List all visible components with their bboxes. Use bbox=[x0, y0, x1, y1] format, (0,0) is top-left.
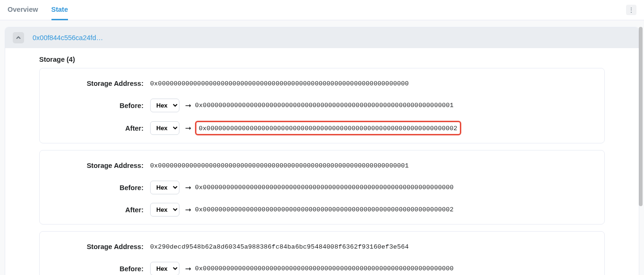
kebab-icon: ⋮ bbox=[628, 6, 635, 14]
label-storage-address: Storage Address: bbox=[49, 243, 150, 250]
scrollbar[interactable] bbox=[639, 27, 643, 206]
value-storage-address: 0x00000000000000000000000000000000000000… bbox=[150, 80, 409, 87]
format-select-before[interactable]: Hex bbox=[150, 181, 179, 194]
arrow-right-icon: ➞ bbox=[185, 184, 191, 192]
value-after: 0x00000000000000000000000000000000000000… bbox=[199, 125, 458, 132]
tab-overview[interactable]: Overview bbox=[8, 0, 38, 20]
value-row: Hex ➞ 0x00000000000000000000000000000000… bbox=[150, 99, 454, 112]
format-select-before[interactable]: Hex bbox=[150, 262, 179, 275]
tab-state[interactable]: State bbox=[51, 0, 68, 20]
label-after: After: bbox=[49, 125, 150, 132]
value-row: Hex ➞ 0x00000000000000000000000000000000… bbox=[150, 181, 454, 194]
field-row-before: Before: Hex ➞ 0x000000000000000000000000… bbox=[49, 99, 595, 112]
field-row-before: Before: Hex ➞ 0x000000000000000000000000… bbox=[49, 262, 595, 275]
value-before: 0x00000000000000000000000000000000000000… bbox=[195, 102, 454, 109]
storage-content: Storage (4) Storage Address: 0x000000000… bbox=[5, 48, 639, 275]
field-row-after: After: Hex ➞ 0x0000000000000000000000000… bbox=[49, 203, 595, 217]
value-storage-address: 0x290decd9548b62a8d60345a988386fc84ba6bc… bbox=[150, 243, 409, 250]
arrow-right-icon: ➞ bbox=[185, 102, 191, 109]
value-after: 0x00000000000000000000000000000000000000… bbox=[195, 206, 454, 213]
label-after: After: bbox=[49, 206, 150, 214]
collapsible-header: 0x00f844c556ca24fd… bbox=[5, 27, 639, 48]
storage-card: Storage Address: 0x290decd9548b62a8d6034… bbox=[39, 231, 605, 275]
storage-card: Storage Address: 0x000000000000000000000… bbox=[39, 68, 605, 143]
storage-title: Storage (4) bbox=[39, 56, 605, 63]
label-storage-address: Storage Address: bbox=[49, 80, 150, 87]
label-before: Before: bbox=[49, 102, 150, 109]
storage-card: Storage Address: 0x000000000000000000000… bbox=[39, 150, 605, 225]
kebab-menu-button[interactable]: ⋮ bbox=[626, 5, 636, 15]
tabs-bar: Overview State ⋮ bbox=[0, 0, 644, 20]
value-row: Hex ➞ 0x00000000000000000000000000000000… bbox=[150, 262, 454, 275]
value-before: 0x00000000000000000000000000000000000000… bbox=[195, 265, 454, 272]
content-area: 0x00f844c556ca24fd… Storage (4) Storage … bbox=[0, 20, 644, 275]
highlighted-value-box: 0x00000000000000000000000000000000000000… bbox=[195, 121, 461, 135]
label-storage-address: Storage Address: bbox=[49, 162, 150, 169]
address-link[interactable]: 0x00f844c556ca24fd… bbox=[33, 34, 103, 42]
arrow-right-icon: ➞ bbox=[185, 206, 191, 214]
arrow-right-icon: ➞ bbox=[185, 125, 191, 132]
chevron-up-icon bbox=[16, 35, 21, 41]
format-select-after[interactable]: Hex bbox=[150, 121, 179, 135]
label-before: Before: bbox=[49, 184, 150, 192]
field-row-after: After: Hex ➞ 0x0000000000000000000000000… bbox=[49, 121, 595, 135]
field-row-address: Storage Address: 0x000000000000000000000… bbox=[49, 77, 595, 90]
collapsible-section: 0x00f844c556ca24fd… Storage (4) Storage … bbox=[5, 27, 639, 275]
value-storage-address: 0x00000000000000000000000000000000000000… bbox=[150, 162, 409, 169]
format-select-after[interactable]: Hex bbox=[150, 203, 179, 217]
label-before: Before: bbox=[49, 265, 150, 273]
arrow-right-icon: ➞ bbox=[185, 265, 191, 273]
value-row: Hex ➞ 0x00000000000000000000000000000000… bbox=[150, 121, 461, 135]
field-row-address: Storage Address: 0x290decd9548b62a8d6034… bbox=[49, 240, 595, 253]
value-before: 0x00000000000000000000000000000000000000… bbox=[195, 184, 454, 191]
collapse-toggle-button[interactable] bbox=[13, 32, 24, 43]
value-row: Hex ➞ 0x00000000000000000000000000000000… bbox=[150, 203, 454, 217]
tabs-container: Overview State bbox=[8, 0, 68, 20]
format-select-before[interactable]: Hex bbox=[150, 99, 179, 112]
field-row-address: Storage Address: 0x000000000000000000000… bbox=[49, 159, 595, 172]
field-row-before: Before: Hex ➞ 0x000000000000000000000000… bbox=[49, 181, 595, 194]
